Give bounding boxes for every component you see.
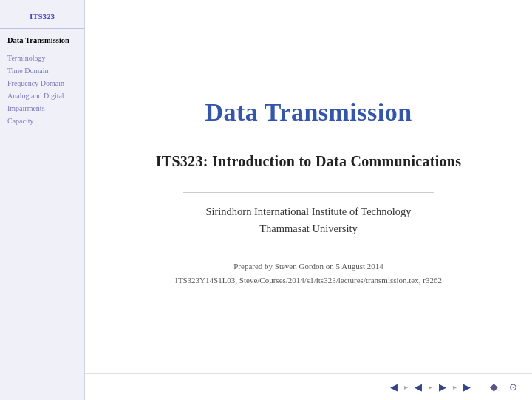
nav-controls: ◀ ▸ ◀ ▸ ▶ ▸ ▶ ◆ ⊙	[387, 379, 520, 395]
sidebar-item-terminology[interactable]: Terminology	[0, 52, 84, 64]
nav-next-button[interactable]: ▶	[460, 380, 474, 395]
nav-sep3: ▸	[453, 383, 457, 391]
main-content: Data Transmission ITS323: Introduction t…	[85, 0, 532, 400]
institution-line2: Thammasat University	[205, 220, 411, 237]
prepared-line1: Prepared by Steven Gordon on 5 August 20…	[175, 260, 442, 274]
slide-title: Data Transmission	[205, 98, 412, 126]
divider	[183, 192, 434, 193]
slide-prepared: Prepared by Steven Gordon on 5 August 20…	[175, 260, 442, 287]
sidebar-current-section: Data Transmission	[0, 33, 84, 47]
prepared-line2: ITS323Y14S1L03, Steve/Courses/2014/s1/it…	[175, 274, 442, 288]
sidebar: ITS323 Data Transmission Terminology Tim…	[0, 0, 85, 400]
institution-line1: Sirindhorn International Institute of Te…	[205, 203, 411, 220]
sidebar-item-time-domain[interactable]: Time Domain	[0, 64, 84, 77]
nav-prev-section-button[interactable]: ◀	[412, 380, 425, 395]
slide-subtitle: ITS323: Introduction to Data Communicati…	[156, 153, 462, 170]
sidebar-item-impairments[interactable]: Impairments	[0, 102, 84, 115]
sidebar-item-frequency-domain[interactable]: Frequency Domain	[0, 77, 84, 89]
nav-next-section-button[interactable]: ▶	[436, 380, 449, 395]
nav-sep2: ▸	[429, 383, 432, 391]
bottom-bar: ◀ ▸ ◀ ▸ ▶ ▸ ▶ ◆ ⊙	[85, 373, 532, 400]
nav-zoom-button[interactable]: ⊙	[506, 380, 520, 395]
sidebar-item-capacity[interactable]: Capacity	[0, 115, 84, 127]
slide-institution: Sirindhorn International Institute of Te…	[205, 203, 411, 237]
nav-prev-button[interactable]: ◀	[387, 380, 400, 395]
slide-body: Data Transmission ITS323: Introduction t…	[85, 0, 532, 400]
sidebar-item-analog-digital[interactable]: Analog and Digital	[0, 89, 84, 102]
nav-page-icon[interactable]: ◆	[487, 379, 501, 395]
sidebar-course-title[interactable]: ITS323	[0, 7, 84, 29]
nav-sep1: ▸	[404, 383, 408, 391]
